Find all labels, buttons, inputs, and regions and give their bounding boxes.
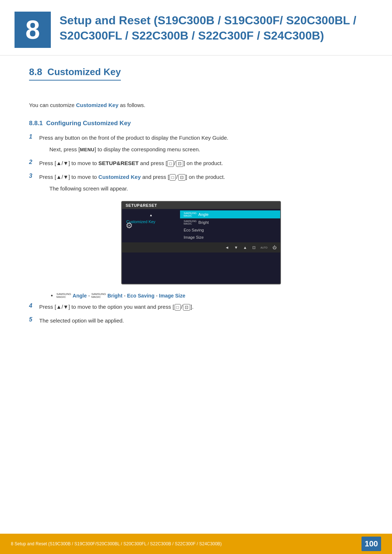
samsung-magic-sup: SAMSUNGMAGIC: [184, 212, 196, 217]
key-symbol-6: ⊡: [183, 304, 190, 311]
menu-label: MENU: [80, 147, 94, 152]
samsung-magic-sup-2: SAMSUNGMAGIC: [184, 220, 196, 225]
step-2-content: Press [▲/▼] to move to SETUP&RESET and p…: [39, 159, 223, 168]
options-line: • SAMSUNGMAGICAngle - SAMSUNGMAGICBright…: [51, 292, 363, 299]
osd-right-panel: SAMSUNGMAGICAngle SAMSUNGMAGICBright Eco…: [180, 209, 280, 242]
option-angle: Angle: [73, 293, 87, 299]
key-symbol-4: ⊡: [178, 174, 185, 181]
osd-btn-power: ⏻: [273, 245, 277, 250]
osd-gear-icon: ⚙: [126, 221, 133, 230]
step-1: 1 Press any button on the front of the p…: [29, 134, 363, 154]
chapter-number: 8: [15, 12, 51, 48]
osd-option-bright: SAMSUNGMAGICBright: [180, 218, 280, 226]
osd-btn-back: ◄: [225, 245, 229, 250]
step-1-main: Press any button on the front of the pro…: [39, 134, 228, 142]
osd-arrow-up: ▲: [122, 213, 180, 217]
step-5-content: The selected option will be applied.: [39, 316, 124, 325]
osd-option-eco: Eco Saving: [180, 226, 280, 234]
step-number-5: 5: [29, 316, 39, 323]
step-4-content: Press [▲/▼] to move to the option you wa…: [39, 303, 193, 311]
footer: 8 Setup and Reset (S19C300B / S19C300F/S…: [0, 534, 392, 554]
page-number: 100: [362, 537, 381, 551]
steps-list-continued: 4 Press [▲/▼] to move to the option you …: [29, 303, 363, 325]
customized-key-label: Customized Key: [98, 174, 141, 180]
osd-option-angle: SAMSUNGMAGICAngle: [180, 210, 280, 218]
step-number-2: 2: [29, 159, 39, 165]
key-symbol-2: ⊡: [176, 160, 183, 167]
step-number-1: 1: [29, 134, 39, 140]
steps-list: 1 Press any button on the front of the p…: [29, 134, 363, 193]
monitor-screen: SETUP&RESET ⚙ ▲ Customized Key SAM: [121, 201, 281, 284]
osd-bottom-bar: ◄ ▼ ▲ ⊡ AUTO ⏻: [122, 242, 280, 253]
header-banner: 8 Setup and Reset (S19C300B / S19C300F/ …: [0, 0, 392, 56]
step-1-sub: Next, press [MENU] to display the corres…: [49, 145, 228, 154]
key-symbol-3: □: [170, 174, 176, 181]
osd-btn-up: ▲: [243, 245, 247, 250]
osd-title-bar: SETUP&RESET: [122, 202, 280, 209]
step-2: 2 Press [▲/▼] to move to SETUP&RESET and…: [29, 159, 363, 168]
section-heading: 8.8 Customized Key: [29, 66, 121, 81]
step-3-main: Press [▲/▼] to move to Customized Key an…: [39, 173, 225, 181]
subsection-heading: 8.8.1 Configuring Customized Key: [29, 120, 363, 127]
option-bright: Bright: [107, 293, 122, 299]
step-number-3: 3: [29, 173, 39, 179]
osd-option-image-size: Image Size: [180, 234, 280, 241]
intro-paragraph: You can customize Customized Key as foll…: [29, 101, 363, 110]
footer-text: 8 Setup and Reset (S19C300B / S19C300F/S…: [11, 541, 222, 546]
osd-screen-container: SETUP&RESET ⚙ ▲ Customized Key SAM: [39, 201, 363, 284]
osd-btn-down: ▼: [234, 245, 238, 250]
samsung-magic-1: SAMSUNGMAGIC: [57, 293, 71, 299]
step-3-sub: The following screen will appear.: [49, 184, 225, 193]
osd-btn-auto-label: AUTO: [261, 246, 268, 249]
main-content: 8.8 Customized Key You can customize Cus…: [0, 59, 392, 359]
option-image-size: Image Size: [159, 293, 185, 299]
step-4: 4 Press [▲/▼] to move to the option you …: [29, 303, 363, 311]
step-3: 3 Press [▲/▼] to move to Customized Key …: [29, 173, 363, 193]
samsung-magic-2: SAMSUNGMAGIC: [91, 293, 106, 299]
option-eco: Eco Saving: [127, 293, 154, 299]
osd-body: ⚙ ▲ Customized Key SAMSUNGMAGICAngle SAM…: [122, 209, 280, 242]
step-number-4: 4: [29, 303, 39, 309]
osd-btn-enter: ⊡: [252, 245, 256, 250]
key-symbol-5: □: [175, 304, 181, 311]
bullet-point: •: [51, 292, 53, 299]
step-5: 5 The selected option will be applied.: [29, 316, 363, 325]
setup-reset-label: SETUP&RESET: [98, 160, 139, 166]
key-symbol: □: [167, 160, 173, 167]
header-title: Setup and Reset (S19C300B / S19C300F/ S2…: [60, 10, 370, 43]
